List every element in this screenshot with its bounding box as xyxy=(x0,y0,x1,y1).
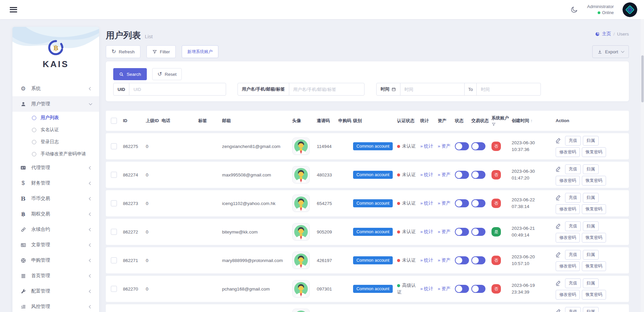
sidebar-item-options-trading[interactable]: ฿ 期权交易 xyxy=(12,206,99,222)
sidebar-item-user-management[interactable]: 用户管理 xyxy=(12,96,99,112)
status-toggle[interactable] xyxy=(455,256,469,264)
column-header-trade-status[interactable]: 交易状态 xyxy=(471,118,491,124)
sidebar-subitem-manual-asset-password[interactable]: 手动修改资产密码申请 xyxy=(12,148,99,160)
refresh-button[interactable]: ↻ Refresh xyxy=(106,45,140,58)
change-password-button[interactable]: 修改密码 xyxy=(556,233,580,243)
breadcrumb-home-link[interactable]: 主页 xyxy=(595,31,611,37)
sidebar-subitem-login-log[interactable]: 登录日志 xyxy=(12,136,99,148)
recharge-button[interactable]: 充值 xyxy=(565,250,581,260)
select-all-checkbox[interactable] xyxy=(111,118,117,124)
assets-link[interactable]: » 资产 xyxy=(438,172,450,177)
status-toggle[interactable] xyxy=(455,171,469,179)
user-filter-input[interactable] xyxy=(289,83,364,95)
time-to-input[interactable] xyxy=(477,83,541,95)
sidebar-item-agent-management[interactable]: 代理管理 xyxy=(12,160,99,175)
sidebar-item-subscription-management[interactable]: 申购管理 xyxy=(12,253,99,268)
user-avatar[interactable] xyxy=(292,280,310,298)
user-avatar[interactable] xyxy=(292,138,310,155)
column-header-system-account[interactable]: 系统账户 xyxy=(491,115,512,126)
sidebar-item-spot-trading[interactable]: B 币币交易 xyxy=(12,191,99,206)
column-header-status[interactable]: 状态 xyxy=(455,118,471,124)
stats-link[interactable]: » 统计 xyxy=(420,229,433,234)
recharge-button[interactable]: 充值 xyxy=(565,307,581,312)
sidebar-subitem-user-list[interactable]: 用户列表 xyxy=(12,112,99,124)
user-avatar-menu[interactable] xyxy=(622,2,637,17)
recharge-button[interactable]: 充值 xyxy=(565,164,581,174)
status-toggle[interactable] xyxy=(455,199,469,207)
belong-button[interactable]: 归属 xyxy=(583,250,599,260)
change-password-button[interactable]: 修改密码 xyxy=(556,147,580,157)
user-avatar[interactable] xyxy=(292,195,310,212)
trade-status-toggle[interactable] xyxy=(471,228,485,236)
row-checkbox[interactable] xyxy=(111,143,117,149)
assets-link[interactable]: » 资产 xyxy=(438,258,450,263)
add-system-account-button[interactable]: 新增系统账户 xyxy=(182,45,218,58)
user-avatar[interactable] xyxy=(292,223,310,241)
edit-icon[interactable] xyxy=(556,138,562,144)
belong-button[interactable]: 归属 xyxy=(583,221,599,231)
column-header-email[interactable]: 邮箱 xyxy=(222,118,292,124)
status-toggle[interactable] xyxy=(455,228,469,236)
trade-status-toggle[interactable] xyxy=(471,256,485,264)
assets-link[interactable]: » 资产 xyxy=(438,144,450,149)
assets-link[interactable]: » 资产 xyxy=(438,201,450,206)
sidebar-item-config-management[interactable]: 配置管理 xyxy=(12,283,99,299)
export-button[interactable]: Export xyxy=(592,45,629,58)
change-password-button[interactable]: 修改密码 xyxy=(556,176,580,186)
recover-password-button[interactable]: 恢复密码 xyxy=(582,147,606,157)
edit-icon[interactable] xyxy=(556,166,562,172)
row-checkbox[interactable] xyxy=(111,257,117,263)
stats-link[interactable]: » 统计 xyxy=(420,201,433,206)
change-password-button[interactable]: 修改密码 xyxy=(556,261,580,271)
edit-icon[interactable] xyxy=(556,223,562,229)
column-header-stats[interactable]: 统计 xyxy=(420,118,438,124)
stats-link[interactable]: » 统计 xyxy=(420,258,433,263)
recover-password-button[interactable]: 恢复密码 xyxy=(582,233,606,243)
change-password-button[interactable]: 修改密码 xyxy=(556,204,580,214)
trade-status-toggle[interactable] xyxy=(471,285,485,293)
vertical-scrollbar[interactable] xyxy=(641,19,644,312)
hamburger-menu-icon[interactable] xyxy=(10,6,17,13)
belong-button[interactable]: 归属 xyxy=(583,307,599,312)
status-toggle[interactable] xyxy=(455,142,469,150)
user-avatar[interactable] xyxy=(292,252,310,269)
user-avatar[interactable] xyxy=(292,309,310,312)
belong-button[interactable]: 归属 xyxy=(583,278,599,288)
recharge-button[interactable]: 充值 xyxy=(565,193,581,203)
sidebar-subitem-real-name-auth[interactable]: 实名认证 xyxy=(12,124,99,136)
recover-password-button[interactable]: 恢复密码 xyxy=(582,261,606,271)
edit-icon[interactable] xyxy=(556,252,562,258)
filter-button[interactable]: Filter xyxy=(146,45,176,58)
stats-link[interactable]: » 统计 xyxy=(420,144,433,149)
assets-link[interactable]: » 资产 xyxy=(438,229,450,234)
recharge-button[interactable]: 充值 xyxy=(565,278,581,288)
assets-link[interactable]: » 资产 xyxy=(438,286,450,291)
sidebar-item-system[interactable]: ⚙ 系统 xyxy=(12,81,99,96)
change-password-button[interactable]: 修改密码 xyxy=(556,290,580,300)
trade-status-toggle[interactable] xyxy=(471,171,485,179)
sidebar-item-finance-management[interactable]: $ 财务管理 xyxy=(12,175,99,191)
dark-mode-moon-icon[interactable] xyxy=(570,6,578,14)
row-checkbox[interactable] xyxy=(111,229,117,235)
user-avatar[interactable] xyxy=(292,166,310,184)
status-toggle[interactable] xyxy=(455,285,469,293)
column-header-level[interactable]: 级别 xyxy=(353,118,397,124)
recharge-button[interactable]: 充值 xyxy=(565,136,581,146)
trade-status-toggle[interactable] xyxy=(471,142,485,150)
scrollbar-thumb[interactable] xyxy=(641,55,644,102)
belong-button[interactable]: 归属 xyxy=(583,164,599,174)
reset-button[interactable]: ↺ Reset xyxy=(152,68,182,80)
recharge-button[interactable]: 充值 xyxy=(565,221,581,231)
uid-input[interactable] xyxy=(129,83,226,95)
column-header-tag[interactable]: 标签 xyxy=(198,118,222,124)
column-header-auth-status[interactable]: 认证状态 xyxy=(397,118,420,124)
column-header-phone[interactable]: 电话 xyxy=(162,118,198,124)
search-button[interactable]: Search xyxy=(113,68,147,80)
sidebar-item-risk-management[interactable]: 风控管理 xyxy=(12,299,99,312)
sidebar-item-article-management[interactable]: 文章管理 xyxy=(12,237,99,253)
sidebar-item-perpetual-contract[interactable]: 永续合约 xyxy=(12,222,99,237)
column-header-id[interactable]: ID xyxy=(123,118,146,124)
belong-button[interactable]: 归属 xyxy=(583,193,599,203)
column-header-invite-code[interactable]: 邀请码 xyxy=(317,118,338,124)
recover-password-button[interactable]: 恢复密码 xyxy=(582,204,606,214)
